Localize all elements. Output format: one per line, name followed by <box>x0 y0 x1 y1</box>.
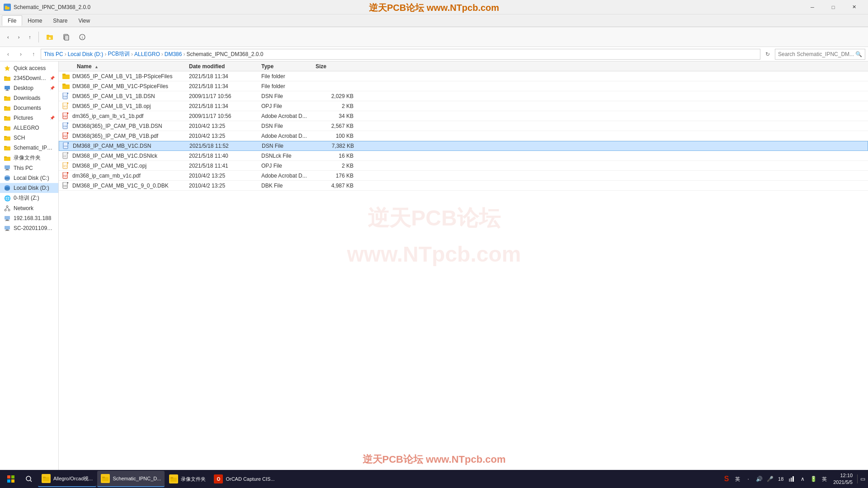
tray-icon-en[interactable]: 英 <box>733 474 742 483</box>
nav-forward-button[interactable]: › <box>15 49 26 60</box>
up-button[interactable]: ↑ <box>25 30 35 44</box>
tray-icon-speaker[interactable]: 🔊 <box>755 474 764 483</box>
table-row[interactable]: DSN DM365_IP_CAM_LB_V1_1B.DSN 2009/11/17… <box>59 91 868 101</box>
show-desktop-button[interactable]: ▭ <box>857 474 866 483</box>
window-icon <box>4 4 11 11</box>
table-row[interactable]: DBK DM368_IP_CAM_MB_V1C_9_0_0.DBK 2010/4… <box>59 181 868 191</box>
svg-rect-95 <box>170 477 173 479</box>
breadcrumb-this-pc[interactable]: This PC <box>44 51 63 57</box>
file-type-icon: PDF <box>62 172 70 179</box>
table-row[interactable]: OPJ DM368_IP_CAM_MB_V1C.opj 2021/5/18 11… <box>59 161 868 171</box>
breadcrumb-pcb[interactable]: PCB培训 <box>108 50 130 58</box>
drive-d-icon <box>4 184 11 192</box>
tray-icon-18[interactable]: 18 <box>776 474 785 483</box>
search-icon: 🔍 <box>855 51 862 57</box>
recording-folder-icon <box>169 474 178 483</box>
tray-icon-chevron[interactable]: ∧ <box>798 474 807 483</box>
file-date: 2021/5/18 11:34 <box>185 73 258 80</box>
col-header-date[interactable]: Date modified <box>185 63 258 70</box>
sidebar-documents-label: Documents <box>14 105 41 111</box>
this-pc-icon <box>4 164 11 172</box>
tab-view[interactable]: View <box>73 16 95 26</box>
sidebar-item-this-pc[interactable]: This PC <box>0 163 58 173</box>
main-layout: Quick access 2345Downloads 📌 Desktop 📌 D… <box>0 61 868 477</box>
new-folder-icon <box>46 33 53 41</box>
table-row[interactable]: PDF DM368(365)_IP_CAM_PB_V1B.pdf 2010/4/… <box>59 131 868 141</box>
table-row[interactable]: PDF dm365_ip_cam_lb_v1_1b.pdf 2009/11/17… <box>59 111 868 121</box>
svg-marker-76 <box>67 162 68 164</box>
refresh-button[interactable]: ↻ <box>762 49 773 60</box>
toolbar: ‹ › ↑ i <box>0 27 868 47</box>
svg-text:DSN: DSN <box>64 145 68 147</box>
file-size: 176 KB <box>312 173 357 179</box>
taskbar-search-button[interactable] <box>21 471 37 487</box>
breadcrumb[interactable]: This PC › Local Disk (D:) › PCB培训 › ALLE… <box>41 49 760 60</box>
breadcrumb-allegro[interactable]: ALLEGRO <box>134 51 160 57</box>
tray-icon-s[interactable]: S <box>722 474 731 483</box>
close-button[interactable]: ✕ <box>844 0 864 14</box>
sidebar-item-network[interactable]: Network <box>0 203 58 213</box>
sidebar-item-desktop[interactable]: Desktop 📌 <box>0 83 58 93</box>
taskbar-item-recording[interactable]: 录像文件夹 <box>165 471 209 487</box>
file-name: DM365_IP_CAM_LB_V1_1B.DSN <box>72 93 155 99</box>
taskbar-item-schematic[interactable]: Schematic_IPNC_D... <box>97 471 165 487</box>
sidebar-item-sc[interactable]: SC-202011091024 <box>0 223 58 233</box>
properties-button[interactable]: i <box>75 30 90 44</box>
tray-icon-mic[interactable]: 🎤 <box>765 474 774 483</box>
new-folder-button[interactable] <box>42 30 57 44</box>
file-type-icon: OPJ <box>62 162 70 169</box>
sidebar-item-downloads[interactable]: Downloads <box>0 93 58 103</box>
sidebar-item-2345downloads[interactable]: 2345Downloads 📌 <box>0 73 58 83</box>
tray-icon-lang[interactable]: 英 <box>820 474 829 483</box>
network-icon <box>4 205 11 212</box>
nav-back-button[interactable]: ‹ <box>3 49 14 60</box>
table-row[interactable]: DM368_IP_CAM_MB_V1C-PSpiceFiles 2021/5/1… <box>59 81 868 91</box>
title-bar: Schematic_IPNC_DM368_2.0.0 逆天PCB论坛 www.N… <box>0 0 868 14</box>
table-row[interactable]: DM365_IP_CAM_LB_V1_1B-PSpiceFiles 2021/5… <box>59 71 868 81</box>
tab-file[interactable]: File <box>2 15 22 26</box>
sidebar-item-quick-access[interactable]: Quick access <box>0 63 58 73</box>
tray-icon-battery[interactable]: 🔋 <box>809 474 818 483</box>
sidebar-schematic-label: Schematic_IPNC_DI <box>14 145 55 151</box>
tray-icon-network2[interactable] <box>787 474 796 483</box>
sidebar-item-pictures[interactable]: Pictures 📌 <box>0 113 58 123</box>
sort-arrow-icon: ▲ <box>94 65 99 69</box>
table-row[interactable]: PDF dm368_ip_cam_mb_v1c.pdf 2010/4/2 13:… <box>59 171 868 181</box>
sidebar-item-local-c[interactable]: Local Disk (C:) <box>0 173 58 183</box>
file-size: 4,987 KB <box>312 183 357 189</box>
col-header-name[interactable]: Name ▲ <box>59 63 185 70</box>
col-header-size[interactable]: Size <box>312 63 357 70</box>
maximize-button[interactable]: □ <box>823 0 844 14</box>
taskbar-item-fileexplorer[interactable]: Allegro/Orcad视... <box>38 471 96 487</box>
sidebar-item-documents[interactable]: Documents <box>0 103 58 113</box>
file-type: OPJ File <box>258 103 312 109</box>
minimize-button[interactable]: ─ <box>802 0 823 14</box>
table-row[interactable]: LCK DM368_IP_CAM_MB_V1C.DSNlck 2021/5/18… <box>59 151 868 161</box>
nav-up-button[interactable]: ↑ <box>28 49 39 60</box>
sidebar-item-schematic[interactable]: Schematic_IPNC_DI <box>0 143 58 153</box>
toolbar-divider <box>38 32 39 42</box>
sidebar-item-ip1[interactable]: 192.168.31.188 <box>0 213 58 223</box>
sidebar-ip1-label: 192.168.31.188 <box>14 215 51 221</box>
forward-button[interactable]: › <box>14 30 24 44</box>
sidebar-item-allegro[interactable]: ALLEGRO <box>0 123 58 133</box>
sidebar-item-images[interactable]: 录像文件夹 <box>0 153 58 163</box>
taskbar-clock[interactable]: 12:10 2021/5/5 <box>830 472 855 486</box>
table-row[interactable]: DSN DM368_IP_CAM_MB_V1C.DSN 2021/5/18 11… <box>59 141 868 151</box>
breadcrumb-dm386[interactable]: DM386 <box>165 51 182 57</box>
sidebar-item-drive-z[interactable]: 🌐 0-培训 (Z:) <box>0 193 58 203</box>
copy-path-button[interactable] <box>59 30 73 44</box>
sidebar-item-local-d[interactable]: Local Disk (D:) <box>0 183 58 193</box>
breadcrumb-local-d[interactable]: Local Disk (D:) <box>68 51 104 57</box>
search-input[interactable] <box>778 51 855 57</box>
search-bar[interactable]: 🔍 <box>775 49 865 60</box>
table-row[interactable]: DSN DM368(365)_IP_CAM_PB_V1B.DSN 2010/4/… <box>59 121 868 131</box>
taskbar-item-orcad[interactable]: O OrCAD Capture CIS... <box>210 471 278 487</box>
back-button[interactable]: ‹ <box>4 30 13 44</box>
col-header-type[interactable]: Type <box>258 63 312 70</box>
tab-share[interactable]: Share <box>47 16 73 26</box>
sidebar-item-sch[interactable]: SCH <box>0 133 58 143</box>
tab-home[interactable]: Home <box>22 16 47 26</box>
table-row[interactable]: OPJ DM365_IP_CAM_LB_V1_1B.opj 2021/5/18 … <box>59 101 868 111</box>
start-button[interactable] <box>2 471 20 487</box>
